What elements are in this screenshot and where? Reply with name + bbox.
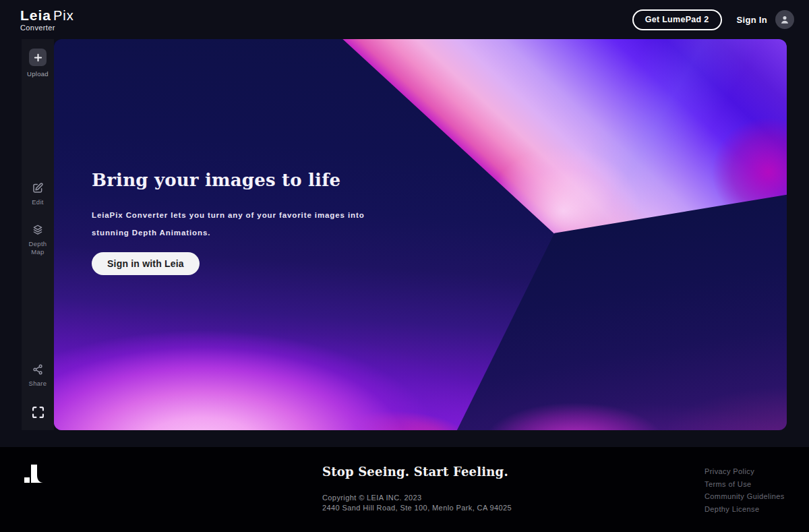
sign-in-with-leia-button[interactable]: Sign in with Leia bbox=[92, 252, 200, 275]
layers-icon bbox=[32, 224, 44, 236]
leiapix-logo[interactable]: Leia Pix Converter bbox=[20, 8, 74, 32]
footer-center: Stop Seeing. Start Feeling. Copyright © … bbox=[322, 465, 512, 513]
footer-link-privacy-policy[interactable]: Privacy Policy bbox=[705, 465, 785, 478]
footer-link-terms-of-use[interactable]: Terms of Use bbox=[705, 478, 785, 491]
share-nodes-icon bbox=[32, 363, 44, 376]
hero-image: Bring your images to life LeiaPix Conver… bbox=[54, 39, 787, 430]
sidebar-item-depth-map[interactable]: Depth Map bbox=[23, 224, 53, 256]
fullscreen-button[interactable] bbox=[31, 405, 45, 419]
sidebar-item-edit[interactable]: Edit bbox=[23, 182, 53, 206]
footer-links: Privacy Policy Terms of Use Community Gu… bbox=[705, 465, 785, 515]
footer: Stop Seeing. Start Feeling. Copyright © … bbox=[0, 447, 809, 532]
plus-icon bbox=[29, 49, 47, 66]
sidebar-item-share[interactable]: Share bbox=[23, 363, 53, 388]
sidebar-group-bottom: Share bbox=[22, 363, 54, 419]
leia-logomark-icon bbox=[23, 463, 46, 485]
sidebar-item-label: Share bbox=[23, 380, 53, 388]
sidebar-item-label: Depth Map bbox=[23, 240, 53, 256]
sign-in-link[interactable]: Sign In bbox=[737, 15, 767, 25]
logo-wordmark: Leia Pix bbox=[20, 8, 74, 22]
avatar[interactable] bbox=[775, 10, 794, 29]
hero-title: Bring your images to life bbox=[92, 169, 402, 191]
hero-description: LeiaPix Converter lets you turn any of y… bbox=[92, 206, 372, 241]
sidebar-item-upload[interactable]: Upload bbox=[23, 49, 53, 78]
sidebar: Upload Edit bbox=[22, 39, 54, 430]
page: Leia Pix Converter Get LumePad 2 Sign In bbox=[0, 0, 809, 532]
sidebar-item-label: Edit bbox=[23, 198, 53, 206]
pencil-square-icon bbox=[32, 182, 44, 194]
main-area: Upload Edit bbox=[0, 39, 809, 430]
logo-brand-light: Pix bbox=[53, 9, 74, 22]
footer-link-depthy-license[interactable]: Depthy License bbox=[705, 503, 785, 516]
footer-link-community-guidelines[interactable]: Community Guidelines bbox=[705, 490, 785, 503]
logo-subtitle: Converter bbox=[20, 24, 74, 32]
hero-copy: Bring your images to life LeiaPix Conver… bbox=[92, 169, 402, 275]
get-lumepad-button[interactable]: Get LumePad 2 bbox=[632, 9, 722, 30]
sidebar-group-top: Upload bbox=[22, 49, 54, 78]
footer-tagline: Stop Seeing. Start Feeling. bbox=[322, 465, 512, 479]
top-bar: Leia Pix Converter Get LumePad 2 Sign In bbox=[0, 0, 809, 39]
header-actions: Get LumePad 2 Sign In bbox=[632, 9, 794, 30]
sidebar-item-label: Upload bbox=[23, 70, 53, 78]
person-icon bbox=[779, 13, 791, 26]
footer-address: 2440 Sand Hill Road, Ste 100, Menlo Park… bbox=[322, 503, 512, 513]
leia-logo[interactable] bbox=[23, 463, 46, 485]
sidebar-group-middle: Edit Depth Map bbox=[22, 182, 54, 256]
footer-copyright: Copyright © LEIA INC. 2023 bbox=[322, 493, 512, 503]
logo-brand-bold: Leia bbox=[20, 8, 51, 22]
fullscreen-corners-icon bbox=[31, 405, 45, 419]
